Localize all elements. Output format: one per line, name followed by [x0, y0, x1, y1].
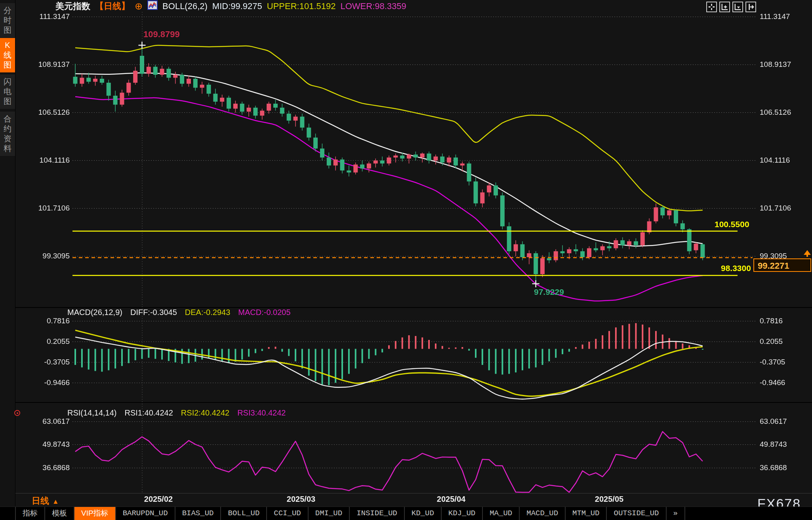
macd-diff-value: DIFF:-0.3045: [130, 308, 177, 317]
bottom-tab-16[interactable]: »: [667, 507, 685, 520]
y-axis-label: 0.2055: [760, 337, 810, 346]
symbol-title: 美元指数: [55, 0, 90, 12]
y-axis-label: 106.5126: [23, 108, 70, 117]
x-axis-label: 2025/02: [131, 495, 186, 504]
y-axis-label: -0.9466: [23, 378, 70, 387]
tab-bar-spacer: [0, 507, 16, 520]
x-axis-label: 2025/05: [581, 495, 637, 504]
bottom-tab-12[interactable]: MA_UD: [483, 507, 520, 520]
sidebar-tab-2[interactable]: K线图: [0, 38, 15, 72]
rsi1-value: RSI1:40.4242: [125, 408, 173, 418]
y-axis-label: -0.3705: [760, 358, 810, 366]
zoom-in-axis-icon[interactable]: [719, 2, 730, 12]
boll-lower-value: LOWER:98.3359: [340, 1, 406, 11]
exit-fullscreen-icon[interactable]: [745, 2, 756, 12]
y-axis-label: 101.7106: [760, 204, 810, 213]
indicator-name: BOLL(26,2): [162, 1, 208, 11]
bottom-tab-4[interactable]: BARUPDN_UD: [116, 507, 175, 520]
resistance-line-label: 100.5500: [715, 220, 749, 229]
last-price-tag: 99.2271: [753, 258, 811, 272]
price-chart-canvas[interactable]: [0, 0, 812, 520]
indicator-tab-bar: 指标模板VIP指标BARUPDN_UDBIAS_UDBOLL_UDCCI_UDD…: [0, 507, 812, 520]
sidebar-tab-3[interactable]: 闪电图: [0, 74, 15, 109]
low-price-annotation: 97.9229: [534, 287, 564, 297]
y-axis-label: 111.3147: [760, 12, 810, 21]
period-tag: 【日线】: [95, 0, 130, 12]
boll-mid-value: MID:99.9275: [212, 1, 262, 11]
chart-app: 分时图K线图闪电图合约资料 美元指数 【日线】 ⊕ BOLL(26,2) MID…: [0, 0, 812, 520]
y-axis-label: -0.9466: [760, 378, 810, 387]
y-axis-label: 36.6868: [760, 463, 810, 472]
sidebar-tab-4[interactable]: 合约资料: [0, 112, 15, 156]
y-axis-label: 108.9137: [23, 60, 70, 69]
y-axis-label: 108.9137: [760, 60, 810, 69]
y-axis-label: 63.0617: [23, 417, 70, 426]
bottom-tab-1[interactable]: 指标: [16, 507, 45, 520]
bottom-tab-6[interactable]: BOLL_UD: [221, 507, 267, 520]
y-axis-label: 0.2055: [23, 337, 70, 346]
zoom-out-axis-icon[interactable]: [732, 2, 743, 12]
y-axis-label: 49.8743: [760, 440, 810, 449]
y-axis-label: 104.1116: [23, 156, 70, 165]
y-axis-label: 36.6868: [23, 463, 70, 472]
chart-header: 美元指数 【日线】 ⊕ BOLL(26,2) MID:99.9275 UPPER…: [55, 1, 406, 11]
bottom-tab-14[interactable]: MTM_UD: [566, 507, 607, 520]
y-axis-label: -0.3705: [23, 358, 70, 366]
bottom-tab-11[interactable]: KDJ_UD: [442, 507, 483, 520]
candlestick-style-icon[interactable]: [147, 0, 158, 12]
y-axis-label: 101.7106: [23, 204, 70, 213]
bottom-tab-9[interactable]: INSIDE_UD: [350, 507, 405, 520]
add-compare-icon[interactable]: ⊕: [135, 2, 143, 11]
bottom-tab-13[interactable]: MACD_UD: [520, 507, 566, 520]
chevron-up-icon: ▲: [52, 498, 59, 505]
bottom-tab-5[interactable]: BIAS_UD: [175, 507, 221, 520]
y-axis-label: 0.7816: [23, 317, 70, 325]
scroll-to-latest-icon[interactable]: [804, 250, 811, 255]
bottom-tab-3[interactable]: VIP指标: [74, 507, 116, 520]
rsi2-value: RSI2:40.4242: [181, 408, 229, 418]
bottom-tab-8[interactable]: DMI_UD: [309, 507, 350, 520]
y-axis-label: 99.3095: [23, 252, 70, 260]
high-price-annotation: 109.8799: [143, 29, 180, 40]
sidebar-tab-1[interactable]: 分时图: [0, 3, 15, 38]
x-axis-label: 2025/04: [423, 495, 479, 504]
macd-value: MACD:-0.0205: [238, 308, 290, 317]
y-axis-label: 104.1116: [760, 156, 810, 165]
crosshair-tool-icon[interactable]: [706, 2, 717, 12]
macd-header: MACD(26,12,9) DIFF:-0.3045 DEA:-0.2943 M…: [67, 308, 291, 317]
bottom-tab-2[interactable]: 模板: [45, 507, 74, 520]
y-axis-label: 111.3147: [23, 12, 70, 21]
rsi-title: RSI(14,14,14): [67, 408, 117, 418]
y-axis-label: 106.5126: [760, 108, 810, 117]
bottom-tab-10[interactable]: KD_UD: [405, 507, 442, 520]
support-line-label: 98.3300: [721, 264, 751, 273]
bottom-tab-7[interactable]: CCI_UD: [267, 507, 308, 520]
x-axis-label: 2025/03: [273, 495, 329, 504]
boll-upper-value: UPPER:101.5192: [267, 1, 336, 11]
indicator-settings-icon[interactable]: [14, 410, 20, 416]
left-sidebar: 分时图K线图闪电图合约资料: [0, 0, 15, 520]
period-selector-label: 日线: [32, 496, 49, 506]
macd-title: MACD(26,12,9): [67, 308, 122, 317]
macd-dea-value: DEA:-0.2943: [185, 308, 231, 317]
y-axis-label: 0.7816: [760, 317, 810, 325]
y-axis-label: 49.8743: [23, 440, 70, 449]
bottom-tab-15[interactable]: OUTSIDE_UD: [607, 507, 666, 520]
rsi3-value: RSI3:40.4242: [237, 408, 286, 418]
y-axis-label: 63.0617: [760, 417, 810, 426]
rsi-header: RSI(14,14,14) RSI1:40.4242 RSI2:40.4242 …: [67, 408, 286, 418]
period-selector[interactable]: 日线▲: [32, 495, 59, 507]
